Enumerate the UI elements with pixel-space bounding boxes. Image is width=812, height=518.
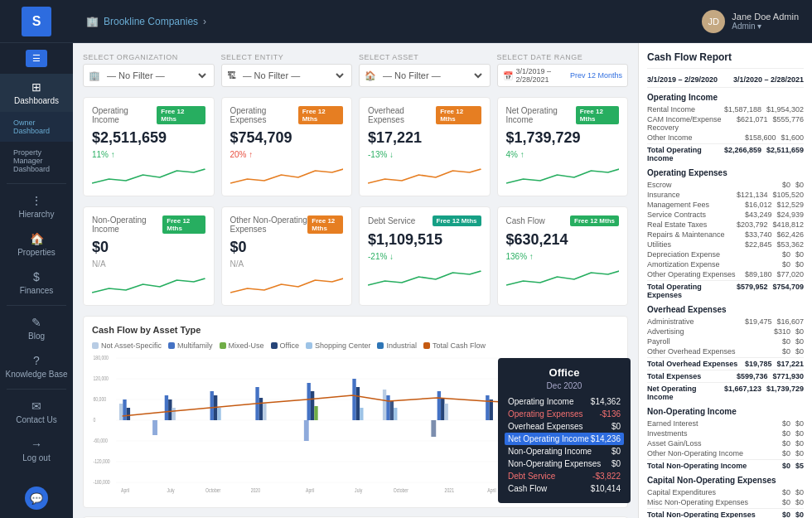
rp-row-label: Total Non-Operating Expenses [647, 511, 756, 518]
rp-value-2: $16,607 [776, 317, 804, 326]
rp-value-2: $0 [795, 498, 804, 506]
rp-row-values: $310$0 [774, 327, 804, 336]
rp-value-2: $0 [795, 488, 804, 496]
kpi-card: Cash Flow Free 12 Mths $630,214 136% ↑ [497, 206, 629, 306]
kpi-title: Operating Expenses [230, 106, 298, 124]
sidebar-item-pm-dashboard[interactable]: Property Manager Dashboard [0, 142, 73, 180]
sidebar-item-finances[interactable]: $ Finances [0, 264, 73, 302]
kpi-header: Operating Income Free 12 Mths [92, 106, 205, 124]
rp-row-values: $2,266,859$2,511,659 [724, 146, 804, 162]
rp-value-2: $0 [795, 419, 804, 428]
sidebar-item-contact-us[interactable]: ✉ Contact Us [0, 393, 73, 431]
bar-chart-container: 180,000 120,000 60,000 0 -60,000 -120,00… [92, 350, 619, 499]
date-filter-label: SELECT DATE RANGE [497, 53, 629, 61]
hamburger-button[interactable]: ☰ [26, 50, 47, 67]
sidebar-item-dashboards[interactable]: ⊞ Dashboards [0, 74, 73, 112]
svg-text:2021: 2021 [445, 487, 455, 493]
asset-filter-dropdown[interactable]: — No Filter — [379, 70, 485, 81]
blog-icon: ✎ [31, 316, 41, 329]
rp-row-values: $0$0 [782, 488, 804, 496]
kpi-change: 11% ↑ [92, 150, 205, 159]
date-range-value: 3/1/2019 – 2/28/2021 [516, 67, 567, 84]
legend-item: Mixed-Use [220, 341, 264, 350]
rp-row-values: $0$0 [782, 250, 804, 259]
svg-text:120,000: 120,000 [93, 375, 109, 381]
rp-row-values: $16,012$12,529 [745, 201, 804, 209]
chat-icon[interactable]: 💬 [25, 487, 48, 510]
rp-value-2: $2,511,659 [766, 146, 804, 162]
sidebar-item-knowledge-base[interactable]: ? Knowledge Base [0, 347, 73, 385]
rp-row-values: $0$0 [782, 439, 804, 448]
rp-row-label: Insurance [647, 191, 680, 199]
svg-text:-60,000: -60,000 [93, 437, 108, 443]
rp-row-label: Depreciation Expense [647, 250, 720, 259]
sidebar-item-hierarchy[interactable]: ⋮ Hierarchy [0, 187, 73, 225]
legend-item: Total Cash Flow [423, 341, 486, 350]
entity-filter-dropdown[interactable]: — No Filter — [239, 70, 347, 81]
user-info: Jane Doe Admin Admin ▾ [732, 12, 799, 31]
sidebar-item-label: Owner Dashboard [13, 119, 70, 135]
kpi-badge: Free 12 Mths [298, 106, 343, 124]
rp-title: Cash Flow Report [647, 51, 804, 69]
rp-row: Total Operating Income$2,266,859$2,511,6… [647, 143, 804, 163]
rp-row-values: $0$0 [782, 449, 804, 457]
user-menu[interactable]: JD Jane Doe Admin Admin ▾ [702, 10, 799, 33]
rp-row: Escrow$0$0 [647, 180, 804, 190]
rp-value-2: $0 [795, 337, 804, 346]
rp-value-1: $0 [782, 181, 790, 189]
kpi-value: $630,214 [506, 231, 620, 249]
asset-filter-select[interactable]: 🏠 — No Filter — [359, 64, 491, 87]
svg-rect-38 [444, 404, 447, 420]
sidebar-item-owner-dashboard[interactable]: Owner Dashboard [0, 112, 73, 142]
kpi-title: Non-Operating Income [92, 215, 162, 234]
rp-row-label: Other Operating Expenses [647, 270, 736, 278]
date-filter-select[interactable]: 📅 3/1/2019 – 2/28/2021 Prev 12 Months [497, 64, 629, 87]
rp-row-values: $0$5 [782, 462, 804, 470]
rp-value-2: $77,020 [776, 270, 804, 278]
org-filter-dropdown[interactable]: — No Filter — [104, 70, 209, 81]
rp-row-values: $0$0 [782, 511, 804, 518]
rp-row-values: $203,792$418,812 [737, 220, 804, 229]
kpi-header: Debt Service Free 12 Mths [368, 215, 481, 226]
rp-row-values: $19,475$16,607 [745, 317, 804, 326]
rp-value-1: $43,249 [745, 211, 772, 219]
legend-label: Office [280, 341, 299, 350]
legend-label: Mixed-Use [229, 341, 264, 350]
rp-row-values: $599,736$771,930 [737, 372, 804, 380]
sidebar-item-label: Dashboards [14, 96, 59, 105]
svg-rect-14 [119, 404, 123, 420]
rp-row: Total Overhead Expenses$19,785$17,221 [647, 357, 804, 369]
dashboard-icon: ⊞ [31, 80, 41, 94]
sidebar-item-logout[interactable]: → Log out [0, 431, 73, 469]
rp-value-2: $1,954,302 [766, 105, 804, 114]
sidebar-item-properties[interactable]: 🏠 Properties [0, 225, 73, 264]
rp-section-title: Non-Operating Income [647, 407, 804, 416]
kpi-sparkline [230, 272, 344, 297]
kpi-value: $0 [230, 239, 344, 256]
entity-filter-select[interactable]: 🏗 — No Filter — [221, 64, 353, 87]
chat-button[interactable]: 💬 [0, 478, 73, 518]
legend-color [271, 342, 278, 349]
rp-value-1: $22,845 [745, 240, 772, 249]
sidebar-item-blog[interactable]: ✎ Blog [0, 309, 73, 347]
svg-text:2020: 2020 [251, 487, 261, 493]
svg-rect-35 [394, 408, 397, 420]
main-area: 🏢 Brookline Companies › JD Jane Doe Admi… [73, 0, 812, 518]
kpi-card: Other Non-Operating Expenses Free 12 Mth… [221, 206, 353, 306]
rp-date-header: 3/1/2019 – 2/29/2020 3/1/2020 – 2/28/202… [647, 75, 804, 88]
rp-row-values: $0$0 [782, 181, 804, 189]
svg-rect-27 [311, 391, 314, 420]
breadcrumb-company[interactable]: Brookline Companies [104, 16, 198, 27]
kpi-sparkline [506, 162, 620, 187]
legend-item: Not Asset-Specific [92, 341, 162, 350]
sidebar-navigation: ⊞ Dashboards Owner Dashboard Property Ma… [0, 74, 73, 478]
menu-toggle[interactable]: ☰ [0, 43, 73, 74]
rp-value-2: $0 [795, 347, 804, 356]
org-filter-select[interactable]: 🏢 — No Filter — [83, 64, 215, 87]
rp-row-label: Rental Income [647, 105, 695, 114]
rp-row-label: Other Income [647, 133, 693, 142]
kpi-change: 4% ↑ [506, 150, 620, 159]
rp-row: Management Fees$16,012$12,529 [647, 200, 804, 210]
rp-row-label: Service Contracts [647, 211, 706, 219]
rp-row-values: $1,667,123$1,739,729 [724, 385, 804, 401]
